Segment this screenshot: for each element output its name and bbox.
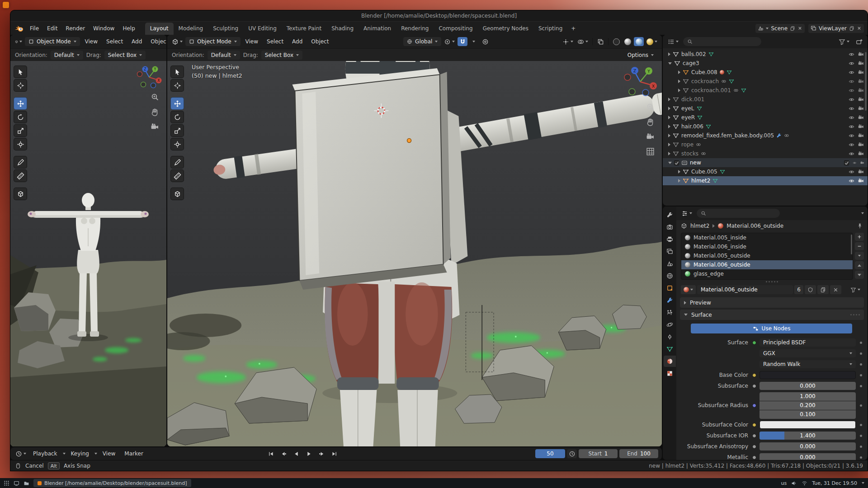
animate-dot-icon[interactable]: [860, 374, 862, 376]
drag-dropdown[interactable]: Select Box: [104, 51, 146, 60]
overlays-button[interactable]: [576, 37, 590, 46]
transform-orientation-dropdown[interactable]: Global: [403, 37, 441, 46]
outliner-row-collection-active[interactable]: new: [663, 158, 868, 167]
outliner-row[interactable]: cockroach: [663, 77, 868, 86]
keyboard-layout-indicator[interactable]: us: [781, 480, 787, 486]
app-grid-icon[interactable]: [4, 480, 9, 486]
orthographic-icon[interactable]: [646, 147, 655, 156]
add-workspace-button[interactable]: +: [567, 23, 579, 35]
expand-icon[interactable]: [668, 98, 670, 101]
menu-object[interactable]: Object: [147, 38, 166, 46]
eye-icon[interactable]: [849, 115, 854, 121]
subsurface-anisotropy-slider[interactable]: 0.000: [760, 442, 856, 450]
eye-icon[interactable]: [849, 70, 854, 75]
expand-icon[interactable]: [668, 152, 670, 155]
tool-annotate[interactable]: [14, 156, 27, 169]
chevron-down-icon[interactable]: [861, 212, 864, 214]
menu-playback[interactable]: Playback: [29, 450, 61, 458]
outliner-row[interactable]: stocks: [663, 149, 868, 158]
menu-file[interactable]: File: [26, 24, 42, 33]
expand-icon[interactable]: [678, 80, 680, 83]
eye-icon[interactable]: [849, 52, 854, 57]
new-view-layer-icon[interactable]: [849, 26, 854, 31]
new-material-button[interactable]: [817, 285, 829, 294]
menu-view[interactable]: View: [242, 38, 262, 46]
tab-particles[interactable]: [664, 307, 676, 318]
tab-texture[interactable]: [664, 368, 676, 379]
jump-to-start-button[interactable]: [266, 449, 277, 458]
panel-drag-grip[interactable]: [850, 314, 860, 315]
animate-dot-icon[interactable]: [860, 424, 862, 426]
collapse-icon[interactable]: [668, 162, 672, 164]
view-layer-selector[interactable]: ViewLayer: [808, 24, 864, 33]
close-icon[interactable]: [797, 26, 802, 31]
eye-icon[interactable]: [849, 151, 854, 157]
eye-icon[interactable]: [849, 97, 854, 103]
tab-render[interactable]: [664, 221, 676, 233]
animate-dot-icon[interactable]: [860, 352, 862, 355]
shading-wireframe-button[interactable]: [611, 37, 621, 46]
systray-expand-icon[interactable]: [862, 482, 864, 484]
exclude-checkbox[interactable]: [844, 160, 849, 165]
eye-icon[interactable]: [849, 169, 854, 175]
material-slot-selected[interactable]: Material.006_outside: [681, 260, 853, 269]
new-scene-icon[interactable]: [790, 26, 795, 31]
close-icon[interactable]: [857, 26, 862, 31]
menu-view[interactable]: View: [99, 450, 119, 458]
camera-icon[interactable]: [858, 88, 864, 94]
camera-icon[interactable]: [858, 79, 864, 84]
current-frame-field[interactable]: 50: [535, 449, 565, 458]
radius-y-field[interactable]: 0.200: [760, 401, 856, 410]
subsurface-slider[interactable]: 0.000: [760, 382, 856, 390]
tab-sculpting[interactable]: Sculpting: [208, 23, 243, 35]
outliner-row[interactable]: cockroach.001: [663, 86, 868, 95]
eye-icon[interactable]: [849, 142, 854, 148]
expand-icon[interactable]: [678, 179, 680, 183]
distribution-dropdown[interactable]: GGX: [760, 349, 856, 357]
outliner-row[interactable]: cage3: [663, 59, 868, 68]
animate-dot-icon[interactable]: [860, 404, 862, 407]
expand-icon[interactable]: [668, 107, 670, 110]
list-resize-grip[interactable]: [676, 280, 868, 284]
tool-add-cube[interactable]: [170, 188, 184, 200]
outliner-row[interactable]: rope: [663, 140, 868, 149]
tool-select-box[interactable]: [14, 66, 27, 78]
outliner-row[interactable]: eyeR: [663, 113, 868, 122]
tool-measure[interactable]: [14, 169, 27, 182]
outliner-row[interactable]: remodel_fixed.fem_bake.body.005: [663, 131, 868, 140]
drag-dropdown[interactable]: Select Box: [261, 51, 302, 60]
expand-icon[interactable]: [668, 116, 670, 119]
eye-icon[interactable]: [849, 88, 854, 94]
camera-icon[interactable]: [858, 151, 864, 157]
camera-icon[interactable]: [858, 52, 864, 57]
viewport-main-canvas[interactable]: User Perspective (50) new | hlmet2: [167, 61, 662, 446]
add-slot-button[interactable]: [855, 233, 864, 241]
pivot-point-button[interactable]: [443, 37, 456, 46]
users-count-badge[interactable]: 6: [794, 285, 803, 294]
camera-icon[interactable]: [858, 133, 864, 139]
animate-dot-icon[interactable]: [860, 385, 862, 387]
jump-to-end-button[interactable]: [329, 449, 340, 458]
tool-measure[interactable]: [170, 169, 184, 182]
tab-physics[interactable]: [664, 319, 676, 330]
tab-world[interactable]: [664, 270, 676, 282]
shading-rendered-button[interactable]: [645, 37, 659, 46]
tab-scripting[interactable]: Scripting: [533, 23, 567, 35]
menu-keying[interactable]: Keying: [67, 450, 93, 458]
play-button[interactable]: [304, 449, 315, 458]
base-color-swatch[interactable]: [760, 371, 856, 379]
navigation-gizmo[interactable]: Z Y X: [623, 65, 657, 99]
material-slot[interactable]: Material.005_inside: [681, 233, 853, 242]
menu-view[interactable]: View: [81, 38, 101, 46]
snap-toggle-button[interactable]: [458, 37, 467, 46]
tab-tool[interactable]: [664, 209, 676, 221]
eye-icon[interactable]: [849, 79, 854, 84]
blender-logo-icon[interactable]: [14, 24, 24, 33]
tab-output[interactable]: [664, 234, 676, 245]
move-slot-up-button[interactable]: [855, 261, 864, 269]
snap-settings-button[interactable]: [469, 37, 479, 46]
animate-dot-icon[interactable]: [860, 363, 862, 366]
tool-cursor[interactable]: [14, 79, 27, 92]
tab-modifiers[interactable]: [664, 295, 676, 306]
animate-dot-icon[interactable]: [860, 342, 862, 344]
